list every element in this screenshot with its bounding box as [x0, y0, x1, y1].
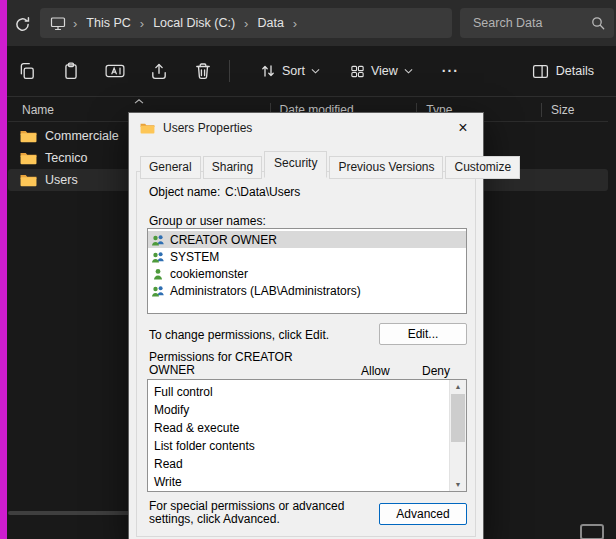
single-user-icon: [151, 267, 165, 281]
rename-icon: [105, 63, 125, 79]
view-icon: [350, 64, 365, 79]
group-users-icon: [151, 250, 165, 264]
sort-dropdown[interactable]: Sort: [251, 56, 329, 86]
file-name: Tecnico: [45, 151, 87, 165]
group-item-administrators[interactable]: Administrators (LAB\Administrators): [148, 282, 466, 299]
refresh-icon: [14, 16, 31, 33]
explorer-top-bar: › This PC › Local Disk (C:) › Data ›: [0, 0, 616, 46]
tab-general[interactable]: General: [140, 156, 201, 179]
group-item-label: Administrators (LAB\Administrators): [170, 284, 361, 298]
sort-label: Sort: [282, 64, 305, 78]
tab-security[interactable]: Security: [264, 151, 327, 178]
share-icon: [150, 62, 168, 80]
details-pane-icon: [532, 64, 549, 79]
copy-icon: [18, 62, 36, 80]
scrollbar-thumb[interactable]: [451, 394, 465, 442]
group-users-icon: [151, 233, 165, 247]
chevron-down-icon: [311, 68, 320, 74]
more-options-button[interactable]: ···: [434, 57, 467, 85]
dialog-title: Users Properties: [163, 121, 252, 135]
group-item-creator-owner[interactable]: CREATOR OWNER: [148, 231, 466, 248]
share-button[interactable]: [142, 54, 176, 88]
details-toggle-button[interactable]: Details: [524, 58, 602, 85]
group-users-icon: [151, 284, 165, 298]
allow-column-label: Allow: [361, 365, 390, 378]
advanced-button[interactable]: Advanced: [379, 503, 467, 525]
sort-icon: [260, 63, 276, 79]
view-dropdown[interactable]: View: [341, 57, 422, 86]
refresh-button[interactable]: [11, 13, 33, 35]
paste-button[interactable]: [54, 54, 88, 88]
dialog-title-bar: Users Properties ×: [129, 113, 483, 143]
edit-button[interactable]: Edit...: [379, 323, 467, 345]
folder-icon: [20, 151, 37, 165]
permission-row-write[interactable]: Write: [148, 473, 466, 491]
group-names-label: Group or user names:: [149, 215, 266, 228]
column-name-label: Name: [22, 103, 54, 117]
close-button[interactable]: ×: [449, 116, 477, 140]
this-pc-icon: [50, 16, 66, 31]
search-box: [460, 8, 614, 38]
group-item-system[interactable]: SYSTEM: [148, 248, 466, 265]
permission-row-list-folder-contents[interactable]: List folder contents: [148, 437, 466, 455]
breadcrumb: › This PC › Local Disk (C:) › Data ›: [40, 8, 452, 38]
paste-icon: [62, 62, 80, 80]
breadcrumb-chevron-icon[interactable]: ›: [66, 17, 84, 30]
chevron-down-icon: [404, 68, 413, 74]
rename-button[interactable]: [98, 54, 132, 88]
users-properties-dialog: Users Properties × General Sharing Secur…: [128, 112, 484, 539]
breadcrumb-item-this-pc[interactable]: This PC: [84, 14, 132, 32]
file-name: Users: [45, 173, 78, 187]
column-header-size[interactable]: Size: [542, 103, 608, 117]
breadcrumb-chevron-icon[interactable]: ›: [286, 17, 304, 30]
tab-previous-versions[interactable]: Previous Versions: [329, 156, 443, 179]
permission-row-full-control[interactable]: Full control: [148, 383, 466, 401]
group-item-label: cookiemonster: [170, 267, 248, 281]
group-user-list: CREATOR OWNER SYSTEM cookiemonster Admin…: [147, 228, 467, 314]
screen-edge-accent: [0, 0, 7, 539]
permissions-for-label: Permissions for CREATOR OWNER: [149, 351, 299, 377]
group-item-label: SYSTEM: [170, 250, 219, 264]
breadcrumb-chevron-icon[interactable]: ›: [237, 17, 255, 30]
status-bar-window-icon[interactable]: [580, 524, 604, 539]
vertical-scrollbar[interactable]: ▲ ▼: [449, 380, 466, 491]
breadcrumb-chevron-icon[interactable]: ›: [133, 17, 151, 30]
trash-icon: [194, 62, 212, 80]
permission-row-read[interactable]: Read: [148, 455, 466, 473]
permissions-list: Full control Modify Read & execute List …: [147, 379, 467, 492]
group-item-cookiemonster[interactable]: cookiemonster: [148, 265, 466, 282]
breadcrumb-item-data[interactable]: Data: [255, 14, 285, 32]
copy-button[interactable]: [10, 54, 44, 88]
file-name: Commerciale: [45, 129, 119, 143]
scroll-down-icon[interactable]: ▼: [450, 478, 466, 491]
folder-icon: [20, 173, 37, 187]
advanced-hint-text: For special permissions or advanced sett…: [149, 500, 371, 526]
breadcrumb-item-local-disk[interactable]: Local Disk (C:): [151, 14, 237, 32]
scroll-up-icon[interactable]: ▲: [450, 380, 466, 393]
folder-icon: [140, 122, 155, 134]
edit-hint-text: To change permissions, click Edit.: [149, 329, 329, 342]
deny-column-label: Deny: [422, 365, 450, 378]
sort-ascending-icon: [134, 99, 144, 104]
search-input[interactable]: [471, 15, 591, 31]
object-name-value: C:\Data\Users: [225, 186, 300, 199]
permission-row-read-execute[interactable]: Read & execute: [148, 419, 466, 437]
details-label: Details: [556, 64, 594, 78]
search-icon: [591, 16, 605, 30]
explorer-toolbar: Sort View ··· Details: [0, 46, 616, 97]
tab-customize[interactable]: Customize: [445, 156, 520, 179]
object-name-label: Object name:: [149, 186, 220, 199]
permission-row-modify[interactable]: Modify: [148, 401, 466, 419]
view-label: View: [371, 64, 398, 78]
tab-sharing[interactable]: Sharing: [203, 156, 262, 179]
dialog-tabs: General Sharing Security Previous Versio…: [140, 150, 522, 177]
delete-button[interactable]: [186, 54, 220, 88]
folder-icon: [20, 129, 37, 143]
group-item-label: CREATOR OWNER: [170, 233, 277, 247]
toolbar-separator: [229, 60, 230, 82]
